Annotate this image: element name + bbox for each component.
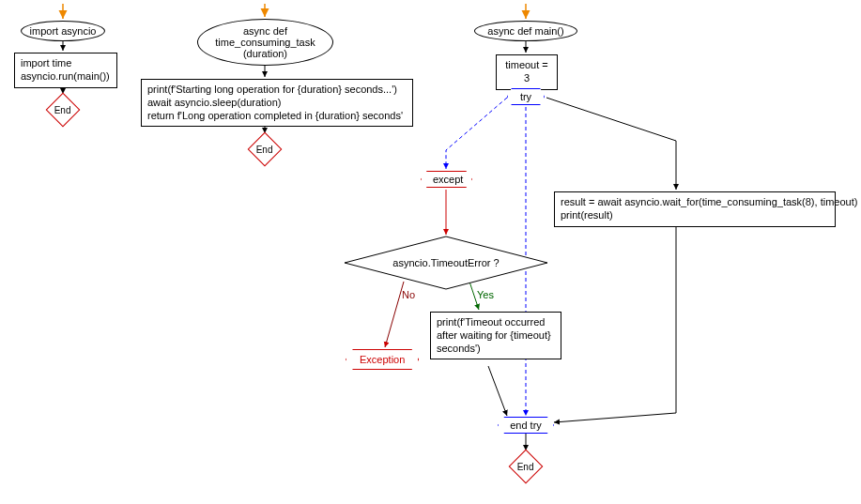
- try-body-rect: result = await asyncio.wait_for(time_con…: [554, 191, 836, 227]
- label: except: [433, 174, 463, 185]
- label: import asyncio: [30, 25, 97, 37]
- label: try: [520, 91, 531, 102]
- text: print(f'Starting long operation for {dur…: [147, 84, 403, 121]
- end-label: End: [256, 144, 273, 154]
- main-start-ellipse: async def main(): [474, 21, 577, 41]
- label: async def main(): [487, 25, 563, 37]
- label: end try: [510, 420, 542, 431]
- except-hex: except: [421, 171, 472, 188]
- end-try-hex: end try: [498, 417, 554, 434]
- no-label: No: [402, 289, 415, 300]
- try-hex: try: [507, 88, 545, 105]
- task-start-ellipse: async def time_consuming_task (duration): [197, 19, 333, 66]
- label: Exception: [360, 354, 405, 365]
- module-start-ellipse: import asyncio: [21, 21, 105, 41]
- text: result = await asyncio.wait_for(time_con…: [561, 196, 857, 221]
- end-label: End: [54, 104, 71, 115]
- main-end: End: [509, 450, 544, 484]
- decision-label: asyncio.TimeoutError ?: [374, 257, 517, 268]
- module-body-rect: import time asyncio.run(main()): [14, 53, 117, 88]
- task-end: End: [248, 132, 283, 167]
- text: timeout = 3: [505, 59, 548, 84]
- exception-hex: Exception: [346, 349, 419, 370]
- timeout-error-decision: asyncio.TimeoutError ?: [343, 235, 549, 291]
- text: print(f'Timeout occurred after waiting f…: [437, 316, 551, 354]
- timeout-print-rect: print(f'Timeout occurred after waiting f…: [430, 312, 561, 359]
- yes-label: Yes: [477, 289, 494, 300]
- label: async def time_consuming_task (duration): [215, 25, 315, 59]
- timeout-rect: timeout = 3: [496, 54, 558, 90]
- task-body-rect: print(f'Starting long operation for {dur…: [141, 79, 413, 127]
- module-end: End: [46, 93, 81, 128]
- end-label: End: [517, 461, 534, 471]
- text: import time asyncio.run(main()): [21, 57, 110, 82]
